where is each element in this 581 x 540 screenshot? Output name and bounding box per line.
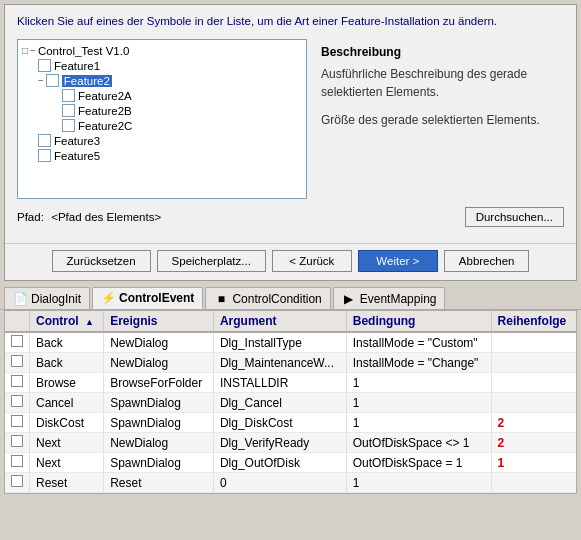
cell-argument: Dlg_Cancel bbox=[213, 393, 346, 413]
cell-ereignis: Reset bbox=[104, 473, 214, 493]
checkbox-feature1[interactable] bbox=[38, 59, 51, 72]
tabs-bar: 📄 DialogInit ⚡ ControlEvent ■ ControlCon… bbox=[0, 285, 581, 310]
cell-control: Next bbox=[30, 433, 104, 453]
tree-label-root: Control_Test V1.0 bbox=[38, 45, 129, 57]
path-row: Pfad: <Pfad des Elements> Durchsuchen... bbox=[17, 207, 564, 227]
cell-ereignis: BrowseForFolder bbox=[104, 373, 214, 393]
tab-dialog-init[interactable]: 📄 DialogInit bbox=[4, 287, 90, 309]
cell-control: DiskCost bbox=[30, 413, 104, 433]
col-argument-label: Argument bbox=[220, 314, 277, 328]
row-checkbox[interactable] bbox=[11, 395, 23, 407]
cell-reihenfolge: 2 bbox=[491, 413, 576, 433]
browse-button[interactable]: Durchsuchen... bbox=[465, 207, 564, 227]
instruction-text: Klicken Sie auf eines der Symbole in der… bbox=[17, 13, 564, 29]
checkbox-feature2[interactable] bbox=[46, 74, 59, 87]
tab-label-event-mapping: EventMapping bbox=[360, 292, 437, 306]
table-row[interactable]: ResetReset01 bbox=[5, 473, 576, 493]
tree-label-feature1: Feature1 bbox=[54, 60, 100, 72]
cell-ereignis: NewDialog bbox=[104, 353, 214, 373]
cell-control: Browse bbox=[30, 373, 104, 393]
cell-ereignis: NewDialog bbox=[104, 433, 214, 453]
col-argument[interactable]: Argument bbox=[213, 311, 346, 332]
desc-body2: Größe des gerade selektierten Elements. bbox=[321, 111, 560, 129]
cell-reihenfolge bbox=[491, 373, 576, 393]
tree-item-feature2b[interactable]: Feature2B bbox=[22, 103, 302, 118]
col-control[interactable]: Control ▲ bbox=[30, 311, 104, 332]
tree-item-root[interactable]: □ − Control_Test V1.0 bbox=[22, 44, 302, 58]
table-row[interactable]: NextSpawnDialogDlg_OutOfDiskOutOfDiskSpa… bbox=[5, 453, 576, 473]
row-checkbox-cell bbox=[5, 473, 30, 493]
cell-argument: Dlg_InstallType bbox=[213, 332, 346, 353]
tree-item-feature1[interactable]: Feature1 bbox=[22, 58, 302, 73]
description-panel: Beschreibung Ausführliche Beschreibung d… bbox=[317, 39, 564, 199]
tree-item-feature5[interactable]: Feature5 bbox=[22, 148, 302, 163]
row-checkbox-cell bbox=[5, 433, 30, 453]
cell-reihenfolge: 2 bbox=[491, 433, 576, 453]
row-checkbox[interactable] bbox=[11, 335, 23, 347]
events-table: Control ▲ Ereignis Argument Bedingung Re… bbox=[5, 311, 576, 493]
table-row[interactable]: CancelSpawnDialogDlg_Cancel1 bbox=[5, 393, 576, 413]
checkbox-feature3[interactable] bbox=[38, 134, 51, 147]
row-checkbox[interactable] bbox=[11, 455, 23, 467]
next-button[interactable]: Weiter > bbox=[358, 250, 438, 272]
cell-bedingung: OutOfDiskSpace <> 1 bbox=[346, 433, 491, 453]
tree-label-feature5: Feature5 bbox=[54, 150, 100, 162]
checkbox-feature2b[interactable] bbox=[62, 104, 75, 117]
cell-bedingung: 1 bbox=[346, 393, 491, 413]
col-bedingung[interactable]: Bedingung bbox=[346, 311, 491, 332]
row-checkbox-cell bbox=[5, 453, 30, 473]
cancel-button[interactable]: Abbrechen bbox=[444, 250, 530, 272]
table-row[interactable]: DiskCostSpawnDialogDlg_DiskCost12 bbox=[5, 413, 576, 433]
reset-button[interactable]: Zurücksetzen bbox=[52, 250, 151, 272]
back-button[interactable]: < Zurück bbox=[272, 250, 352, 272]
cell-reihenfolge bbox=[491, 473, 576, 493]
events-table-container: Control ▲ Ereignis Argument Bedingung Re… bbox=[4, 310, 577, 494]
tree-item-feature2c[interactable]: Feature2C bbox=[22, 118, 302, 133]
path-value: <Pfad des Elements> bbox=[51, 211, 161, 223]
col-bedingung-label: Bedingung bbox=[353, 314, 416, 328]
tree-item-feature2[interactable]: − Feature2 bbox=[22, 73, 302, 88]
tree-label-feature2b: Feature2B bbox=[78, 105, 132, 117]
cell-bedingung: InstallMode = "Custom" bbox=[346, 332, 491, 353]
cell-ereignis: NewDialog bbox=[104, 332, 214, 353]
checkbox-feature2a[interactable] bbox=[62, 89, 75, 102]
col-ereignis[interactable]: Ereignis bbox=[104, 311, 214, 332]
cell-control: Reset bbox=[30, 473, 104, 493]
table-row[interactable]: BrowseBrowseForFolderINSTALLDIR1 bbox=[5, 373, 576, 393]
cell-argument: 0 bbox=[213, 473, 346, 493]
row-checkbox[interactable] bbox=[11, 475, 23, 487]
row-checkbox[interactable] bbox=[11, 355, 23, 367]
storage-button[interactable]: Speicherplatz... bbox=[157, 250, 266, 272]
tab-control-condition[interactable]: ■ ControlCondition bbox=[205, 287, 330, 309]
tab-event-mapping[interactable]: ▶ EventMapping bbox=[333, 287, 446, 309]
table-row[interactable]: NextNewDialogDlg_VerifyReadyOutOfDiskSpa… bbox=[5, 433, 576, 453]
tab-label-dialog-init: DialogInit bbox=[31, 292, 81, 306]
cell-argument: Dlg_OutOfDisk bbox=[213, 453, 346, 473]
tree-label-feature2: Feature2 bbox=[62, 75, 112, 87]
row-checkbox[interactable] bbox=[11, 435, 23, 447]
table-row[interactable]: BackNewDialogDlg_MaintenanceW...InstallM… bbox=[5, 353, 576, 373]
expand-icon-root[interactable]: □ bbox=[22, 46, 28, 56]
row-checkbox[interactable] bbox=[11, 415, 23, 427]
row-checkbox-cell bbox=[5, 413, 30, 433]
cell-bedingung: InstallMode = "Change" bbox=[346, 353, 491, 373]
col-reihenfolge[interactable]: Reihenfolge bbox=[491, 311, 576, 332]
cell-reihenfolge bbox=[491, 353, 576, 373]
cell-control: Next bbox=[30, 453, 104, 473]
feature-tree: □ − Control_Test V1.0 Feature1 − Feature… bbox=[17, 39, 307, 199]
row-checkbox[interactable] bbox=[11, 375, 23, 387]
tab-label-control-event: ControlEvent bbox=[119, 291, 194, 305]
cell-reihenfolge bbox=[491, 393, 576, 413]
checkbox-feature5[interactable] bbox=[38, 149, 51, 162]
checkbox-feature2c[interactable] bbox=[62, 119, 75, 132]
minus-icon-root[interactable]: − bbox=[30, 46, 36, 56]
tab-control-event[interactable]: ⚡ ControlEvent bbox=[92, 287, 203, 309]
cell-bedingung: 1 bbox=[346, 473, 491, 493]
minus-icon-feature2[interactable]: − bbox=[38, 76, 44, 86]
tab-label-control-condition: ControlCondition bbox=[232, 292, 321, 306]
table-row[interactable]: BackNewDialogDlg_InstallTypeInstallMode … bbox=[5, 332, 576, 353]
desc-title: Beschreibung bbox=[321, 43, 560, 61]
row-checkbox-cell bbox=[5, 373, 30, 393]
tree-item-feature3[interactable]: Feature3 bbox=[22, 133, 302, 148]
tree-item-feature2a[interactable]: Feature2A bbox=[22, 88, 302, 103]
